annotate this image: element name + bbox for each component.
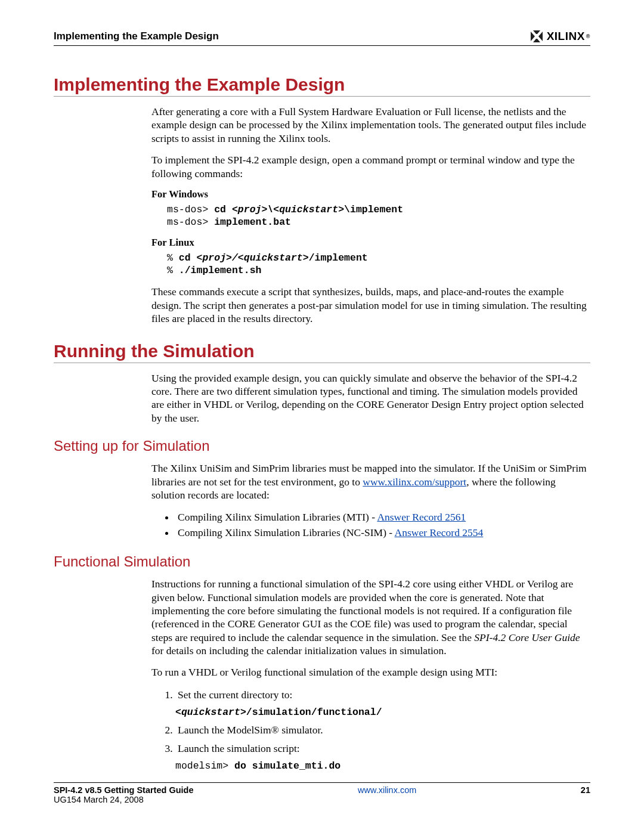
page-footer: SPI-4.2 v8.5 Getting Started Guide UG154… <box>54 782 590 804</box>
footer-doc-title: SPI-4.2 v8.5 Getting Started Guide <box>54 785 193 795</box>
page-header: Implementing the Example Design XILINX ® <box>54 30 590 46</box>
list-item: Launch the simulation script: modelsim> … <box>175 741 590 773</box>
list-item: Compiling Xilinx Simulation Libraries (N… <box>175 525 590 540</box>
answer-record-2561-link[interactable]: Answer Record 2561 <box>377 511 466 523</box>
xilinx-logo-icon <box>530 30 543 42</box>
solution-records-list: Compiling Xilinx Simulation Libraries (M… <box>175 510 590 540</box>
setup-p1: The Xilinx UniSim and SimPrim libraries … <box>151 462 590 501</box>
functional-p1: Instructions for running a functional si… <box>151 577 590 657</box>
subsection-functional-title: Functional Simulation <box>54 553 590 570</box>
footer-url-link[interactable]: www.xilinx.com <box>358 785 416 795</box>
running-p1: Using the provided example design, you c… <box>151 371 590 425</box>
implementing-p2: To implement the SPI-4.2 example design,… <box>151 153 590 180</box>
section-implementing-title: Implementing the Example Design <box>54 75 590 97</box>
implementing-p3: These commands execute a script that syn… <box>151 285 590 325</box>
support-link[interactable]: www.xilinx.com/support <box>363 476 466 488</box>
implementing-p1: After generating a core with a Full Syst… <box>151 105 590 145</box>
list-item: Compiling Xilinx Simulation Libraries (M… <box>175 510 590 525</box>
running-header-title: Implementing the Example Design <box>54 30 219 42</box>
registered-mark: ® <box>586 33 590 39</box>
linux-code-block: % cd <proj>/<quickstart>/implement % ./i… <box>167 252 590 277</box>
xilinx-logo-text: XILINX <box>547 30 585 43</box>
xilinx-logo: XILINX ® <box>530 30 590 43</box>
subsection-setup-title: Setting up for Simulation <box>54 438 590 454</box>
list-item: Set the current directory to: <quickstar… <box>175 688 590 720</box>
list-item: Launch the ModelSim® simulator. <box>175 723 590 738</box>
page-number: 21 <box>581 785 590 795</box>
functional-p2: To run a VHDL or Verilog functional simu… <box>151 665 590 679</box>
section-running-title: Running the Simulation <box>54 341 590 363</box>
answer-record-2554-link[interactable]: Answer Record 2554 <box>395 527 484 538</box>
user-guide-reference: SPI-4.2 Core User Guide <box>474 631 580 643</box>
functional-steps-list: Set the current directory to: <quickstar… <box>175 688 590 773</box>
windows-code-block: ms-dos> cd <proj>\<quickstart>\implement… <box>167 204 590 228</box>
for-linux-label: For Linux <box>151 237 590 249</box>
for-windows-label: For Windows <box>151 188 590 200</box>
footer-doc-date: UG154 March 24, 2008 <box>54 795 193 804</box>
